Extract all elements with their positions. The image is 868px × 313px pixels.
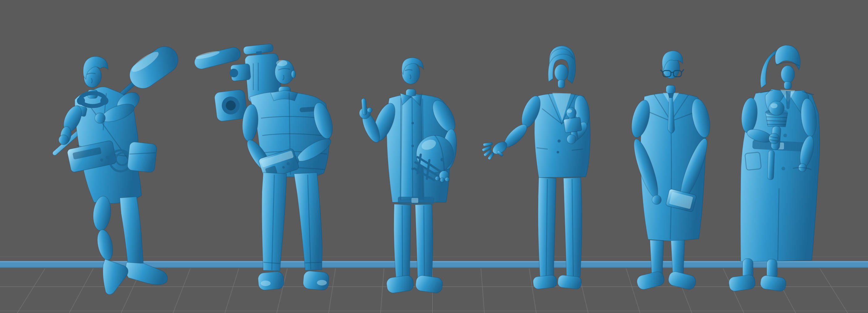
belt-buckle bbox=[411, 198, 418, 203]
left-boot bbox=[258, 271, 284, 291]
mic-hand bbox=[769, 133, 779, 144]
scene-canvas: Boom operator figurine - leaning forward… bbox=[0, 0, 868, 313]
mic-flag bbox=[563, 117, 582, 133]
right-boot bbox=[303, 271, 330, 291]
mic-hand bbox=[567, 135, 576, 144]
right-shoe bbox=[557, 275, 582, 289]
left-shoe bbox=[532, 275, 557, 289]
model-viewport[interactable]: Boom operator figurine - leaning forward… bbox=[0, 0, 868, 313]
